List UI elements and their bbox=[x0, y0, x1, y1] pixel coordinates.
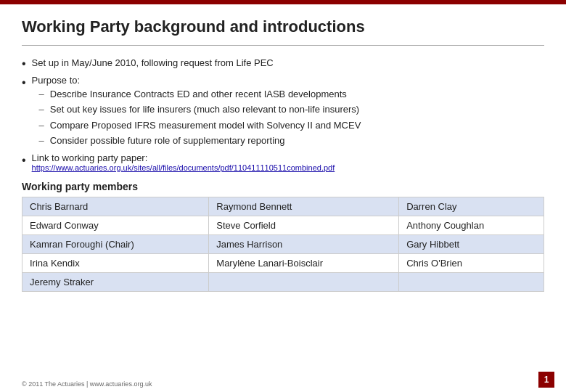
table-row: Edward ConwaySteve CorfieldAnthony Cough… bbox=[22, 216, 544, 234]
table-cell: Anthony Coughlan bbox=[399, 216, 544, 234]
bullet-text-2: Purpose to: – Describe Insurance Contrac… bbox=[32, 75, 361, 150]
table-cell: Darren Clay bbox=[399, 197, 544, 216]
table-cell: Steve Corfield bbox=[209, 216, 399, 234]
table-cell: Kamran Foroughi (Chair) bbox=[22, 234, 209, 253]
bullet-text-1: Set up in May/June 2010, following reque… bbox=[32, 56, 274, 70]
table-cell: Irina Kendix bbox=[22, 253, 209, 272]
page-title: Working Party background and introductio… bbox=[22, 17, 544, 36]
main-content: Working Party background and introductio… bbox=[0, 4, 566, 299]
bullet-text-3: Link to working party paper: https://www… bbox=[32, 152, 335, 172]
table-cell: Gary Hibbett bbox=[399, 234, 544, 253]
table-cell: Chris O'Brien bbox=[399, 253, 544, 272]
bullet-list: • Set up in May/June 2010, following req… bbox=[22, 56, 544, 172]
table-cell: Edward Conway bbox=[22, 216, 209, 234]
dash-4: – bbox=[39, 134, 44, 148]
sub-item-3: – Compare Proposed IFRS measurement mode… bbox=[39, 118, 361, 133]
members-table: Chris BarnardRaymond BennettDarren ClayE… bbox=[22, 197, 544, 292]
footer: © 2011 The Actuaries | www.actuaries.org… bbox=[22, 380, 152, 388]
dash-1: – bbox=[39, 87, 44, 102]
table-cell: Raymond Bennett bbox=[209, 197, 399, 216]
sub-list: – Describe Insurance Contracts ED and ot… bbox=[39, 87, 361, 148]
section-title: Working party members bbox=[22, 181, 544, 192]
bullet-dot-2: • bbox=[22, 75, 26, 91]
table-cell: Jeremy Straker bbox=[22, 272, 209, 291]
table-cell: James Harrison bbox=[209, 234, 399, 253]
divider bbox=[22, 45, 544, 46]
table-cell: Chris Barnard bbox=[22, 197, 209, 216]
bullet-item-2: • Purpose to: – Describe Insurance Contr… bbox=[22, 75, 544, 150]
working-party-link[interactable]: https://www.actuaries.org.uk/sites/all/f… bbox=[32, 163, 335, 172]
bullet-item-1: • Set up in May/June 2010, following req… bbox=[22, 56, 544, 72]
table-row: Kamran Foroughi (Chair)James HarrisonGar… bbox=[22, 234, 544, 253]
page-number: 1 bbox=[538, 372, 554, 388]
sub-item-1: – Describe Insurance Contracts ED and ot… bbox=[39, 87, 361, 102]
table-cell: Marylène Lanari-Boisclair bbox=[209, 253, 399, 272]
sub-item-4: – Consider possible future role of suppl… bbox=[39, 134, 361, 148]
table-row: Jeremy Straker bbox=[22, 272, 544, 291]
dash-3: – bbox=[39, 118, 44, 133]
table-cell bbox=[399, 272, 544, 291]
table-cell bbox=[209, 272, 399, 291]
table-row: Chris BarnardRaymond BennettDarren Clay bbox=[22, 197, 544, 216]
bullet-dot-1: • bbox=[22, 57, 26, 72]
bullet-item-3: • Link to working party paper: https://w… bbox=[22, 152, 544, 172]
table-row: Irina KendixMarylène Lanari-BoisclairChr… bbox=[22, 253, 544, 272]
sub-item-2: – Set out key issues for life insurers (… bbox=[39, 102, 361, 117]
bullet-dot-3: • bbox=[22, 153, 26, 168]
dash-2: – bbox=[39, 102, 44, 117]
